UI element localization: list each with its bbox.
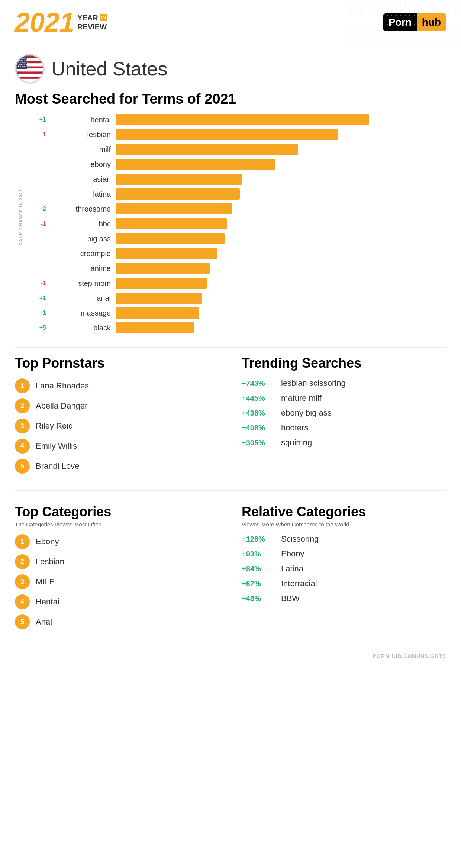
in-badge: IN (100, 14, 107, 21)
trending-item: +438% ebony big ass (242, 408, 439, 418)
bar-wrap (116, 277, 446, 289)
trend-name: hooters (281, 423, 308, 433)
relative-pct: +48% (242, 594, 275, 603)
bar-label: anal (49, 294, 116, 303)
bar-label: threesome (49, 205, 116, 213)
bar-wrap (116, 233, 446, 245)
relative-title: Relative Categories (242, 504, 439, 520)
trend-name: mature milf (281, 393, 322, 403)
rank-change-value: +1 (27, 310, 49, 316)
rank-badge: 3 (15, 419, 30, 433)
bar-label: ebony (49, 160, 116, 169)
trend-name: squirting (281, 438, 312, 448)
trending-item: +743% lesbian scissoring (242, 378, 439, 388)
bar-label: hentai (49, 116, 116, 124)
year-review-logo: 2021 YEAR IN REVIEW (15, 9, 107, 36)
year-number: 2021 (15, 9, 74, 36)
category-name: MILF (36, 577, 54, 587)
category-item: 2 Lesbian (15, 554, 223, 569)
relative-name: BBW (281, 594, 300, 603)
trending-title: Trending Searches (242, 355, 439, 371)
category-name: Hentai (36, 597, 59, 607)
pornstar-name: Riley Reid (36, 421, 73, 431)
chart-row: +1hentai (27, 113, 446, 126)
chart-row: latina (27, 187, 446, 201)
relative-list: +128% Scissoring +93% Ebony +84% Latina … (242, 534, 439, 603)
chart-row: +1anal (27, 291, 446, 305)
category-name: Anal (36, 617, 52, 627)
trending-item: +445% mature milf (242, 393, 439, 403)
category-item: 1 Ebony (15, 534, 223, 549)
review-label: REVIEW (77, 22, 107, 31)
bar-label: milf (49, 145, 116, 154)
relative-name: Latina (281, 564, 303, 574)
bar-wrap (116, 322, 446, 334)
categories-list: 1 Ebony 2 Lesbian 3 MILF 4 Hentai 5 Anal (15, 534, 223, 629)
trending-item: +408% hooters (242, 423, 439, 433)
bar-fill (116, 322, 194, 333)
bg-decoration (349, 0, 461, 45)
chart-row: anime (27, 262, 446, 275)
category-item: 4 Hentai (15, 594, 223, 609)
country-name: United States (51, 58, 167, 80)
category-rank-badge: 5 (15, 614, 30, 629)
rank-axis-label: RANK CHANGE IN 2021 (19, 189, 23, 246)
pornstar-item: 5 Brandi Love (15, 459, 223, 474)
pornstar-name: Brandi Love (36, 461, 79, 471)
bar-label: asian (49, 175, 116, 184)
bar-fill (116, 174, 242, 185)
rank-change-value: -1 (27, 280, 49, 287)
pornstar-name: Emily Willis (36, 441, 77, 451)
category-name: Lesbian (36, 557, 64, 567)
bar-label: black (49, 324, 116, 332)
country-section: ★★★★★★ ★★★★★ ★★★★★★ ★★★★★ ★★★★★★ United … (0, 43, 461, 87)
svg-rect-5 (16, 79, 43, 83)
bar-fill (116, 293, 202, 304)
trend-pct: +438% (242, 409, 275, 417)
top-categories-section: Top Categories The Categories Viewed Mos… (15, 494, 230, 646)
rank-change-value: -1 (27, 131, 49, 138)
chart-row: milf (27, 143, 446, 156)
review-text: YEAR IN REVIEW (77, 13, 107, 31)
relative-pct: +67% (242, 580, 275, 588)
bar-fill (116, 159, 275, 170)
footer-url: PORNHUB.COM/INSIGHTS (373, 653, 446, 659)
trending-item: +305% squirting (242, 438, 439, 448)
pornstar-item: 3 Riley Reid (15, 419, 223, 433)
bar-wrap (116, 188, 446, 200)
relative-name: Ebony (281, 549, 304, 559)
chart-row: -1bbc (27, 217, 446, 230)
rank-change-value: +5 (27, 325, 49, 331)
pornstar-item: 4 Emily Willis (15, 439, 223, 454)
chart-row: +1massage (27, 306, 446, 320)
bar-label: anime (49, 264, 116, 273)
trend-pct: +305% (242, 439, 275, 447)
rank-change-value: +2 (27, 206, 49, 212)
search-chart: RANK CHANGE IN 2021 +1hentai-1lesbianmil… (0, 113, 461, 347)
bar-wrap (116, 203, 446, 215)
bar-label: bbc (49, 220, 116, 228)
bar-wrap (116, 129, 446, 141)
category-rank-badge: 2 (15, 554, 30, 569)
chart-row: -1lesbian (27, 128, 446, 141)
chart-bars: +1hentai-1lesbianmilfebonyasianlatina+2t… (27, 113, 446, 336)
categories-subtitle: The Categories Viewed Most Often (15, 521, 223, 527)
relative-subtitle: Viewed More When Compared to the World (242, 521, 439, 527)
bar-fill (116, 263, 210, 274)
bar-wrap (116, 292, 446, 304)
category-rank-badge: 1 (15, 534, 30, 549)
chart-row: +2threesome (27, 202, 446, 216)
bar-fill (116, 278, 207, 289)
bar-label: massage (49, 309, 116, 317)
bottom-grid-top: Top Pornstars 1 Lana Rhoades 2 Abella Da… (0, 348, 461, 490)
bar-wrap (116, 143, 446, 155)
relative-item: +84% Latina (242, 564, 439, 574)
pornstar-item: 1 Lana Rhoades (15, 378, 223, 393)
trending-searches-section: Trending Searches +743% lesbian scissori… (230, 352, 446, 490)
chart-section-title: Most Searched for Terms of 2021 (0, 87, 461, 113)
trend-pct: +743% (242, 379, 275, 388)
svg-rect-4 (16, 74, 43, 77)
bar-wrap (116, 158, 446, 170)
trend-pct: +408% (242, 424, 275, 432)
bar-fill (116, 248, 217, 259)
